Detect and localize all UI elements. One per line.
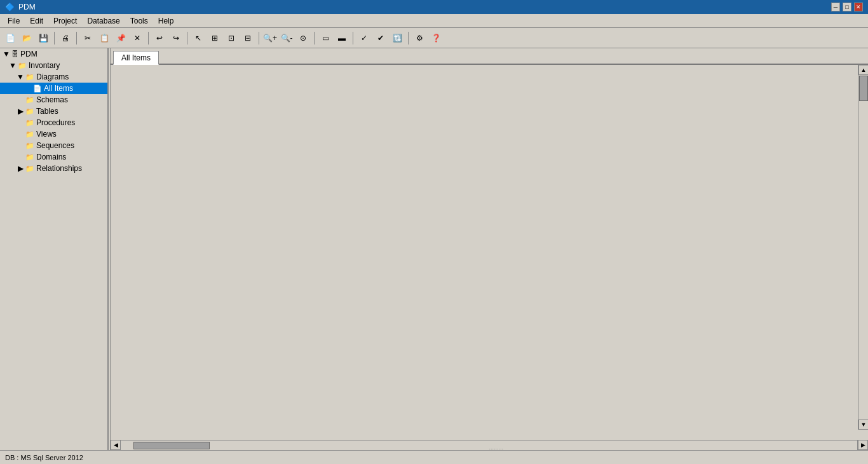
- diagrams-label: Diagrams: [36, 72, 69, 81]
- status-bar: DB : MS Sql Server 2012: [0, 450, 868, 464]
- print-button[interactable]: 🖨: [58, 31, 73, 46]
- tab-allitems[interactable]: All Items: [113, 51, 159, 65]
- undo-button[interactable]: ↩: [152, 31, 167, 46]
- invontary-icon: 📁: [18, 62, 27, 70]
- paste-button[interactable]: 📌: [113, 31, 128, 46]
- sep6: [314, 32, 315, 44]
- menu-edit[interactable]: Edit: [25, 15, 48, 27]
- sidebar-views[interactable]: 📁 Views: [0, 128, 107, 140]
- sequences-label: Sequences: [36, 141, 74, 150]
- canvas-wrapper: Items_Categories BillDetails_Items BillD…: [111, 65, 868, 440]
- domains-toggle: [15, 153, 25, 161]
- procedures-toggle: [15, 118, 25, 127]
- diagrams-toggle[interactable]: ▼: [15, 72, 25, 81]
- minimize-button[interactable]: ─: [831, 3, 840, 11]
- sidebar-tables[interactable]: ▶ 📁 Tables: [0, 106, 107, 117]
- canvas-inner: Items_Categories BillDetails_Items BillD…: [111, 65, 858, 440]
- pdm-icon: 🗄: [11, 50, 18, 58]
- menu-project[interactable]: Project: [48, 15, 82, 27]
- zoom-out-button[interactable]: 🔍-: [279, 31, 294, 46]
- app-icon: 🔷: [5, 3, 15, 11]
- sep4: [187, 32, 187, 44]
- menu-bar: File Edit Project Database Tools Help: [0, 14, 868, 28]
- title-bar-text: PDM: [18, 3, 36, 11]
- settings-button[interactable]: ⚙: [412, 31, 427, 46]
- horizontal-scroll-track[interactable]: .........: [121, 440, 858, 450]
- sidebar-procedures[interactable]: 📁 Procedures: [0, 117, 107, 128]
- sep5: [259, 32, 259, 44]
- proc-button[interactable]: ⊟: [240, 31, 255, 46]
- allitems-icon: 📄: [33, 85, 42, 93]
- toolbar: 📄 📂 💾 🖨 ✂ 📋 📌 ✕ ↩ ↪ ↖ ⊞ ⊡ ⊟ 🔍+ 🔍- ⊙ ▭ ▬ …: [0, 28, 868, 48]
- domains-label: Domains: [36, 153, 66, 161]
- check3-button[interactable]: 🔃: [390, 31, 405, 46]
- scroll-dots: .........: [489, 444, 504, 450]
- invontary-toggle[interactable]: ▼: [8, 61, 18, 70]
- menu-tools[interactable]: Tools: [125, 15, 153, 27]
- relationships-icon: 📁: [25, 165, 34, 173]
- views-toggle: [15, 130, 25, 139]
- scroll-thumb-h[interactable]: [133, 442, 210, 449]
- table-button[interactable]: ⊞: [207, 31, 222, 46]
- zoom-in-button[interactable]: 🔍+: [262, 31, 278, 46]
- tables-icon: 📁: [25, 107, 34, 116]
- sep8: [408, 32, 409, 44]
- menu-help[interactable]: Help: [153, 15, 179, 27]
- maximize-button[interactable]: □: [843, 3, 851, 11]
- line-button[interactable]: ▬: [334, 31, 349, 46]
- sidebar-domains[interactable]: 📁 Domains: [0, 151, 107, 163]
- copy-button[interactable]: 📋: [97, 31, 112, 46]
- sidebar-diagrams[interactable]: ▼ 📁 Diagrams: [0, 71, 107, 83]
- scroll-down-button[interactable]: ▼: [858, 420, 868, 430]
- tab-allitems-label: All Items: [121, 53, 151, 62]
- sep3: [148, 32, 149, 44]
- tables-toggle[interactable]: ▶: [15, 107, 25, 116]
- view-button[interactable]: ⊡: [224, 31, 239, 46]
- save-button[interactable]: 💾: [36, 31, 51, 46]
- rect-button[interactable]: ▭: [318, 31, 333, 46]
- close-button[interactable]: ✕: [854, 3, 863, 11]
- schemas-icon: 📁: [25, 96, 34, 104]
- menu-file[interactable]: File: [3, 15, 25, 27]
- sidebar-sequences[interactable]: 📁 Sequences: [0, 140, 107, 151]
- cut-button[interactable]: ✂: [80, 31, 95, 46]
- bottom-scrollbar-area: ◀ ......... ▶: [111, 440, 868, 450]
- pdm-toggle[interactable]: ▼: [1, 50, 11, 58]
- diagrams-icon: 📁: [25, 73, 34, 81]
- sidebar-schemas[interactable]: 📁 Schemas: [0, 94, 107, 106]
- relationships-label: Relationships: [36, 164, 82, 173]
- scroll-up-button[interactable]: ▲: [858, 65, 868, 75]
- new-button[interactable]: 📄: [3, 31, 18, 46]
- schemas-label: Schemas: [36, 95, 68, 104]
- pdm-label: PDM: [20, 50, 37, 58]
- menu-database[interactable]: Database: [82, 15, 125, 27]
- sidebar-pdm[interactable]: ▼ 🗄 PDM: [0, 48, 107, 60]
- procedures-label: Procedures: [36, 118, 75, 127]
- relationships-toggle[interactable]: ▶: [15, 164, 25, 173]
- title-bar: 🔷 PDM ─ □ ✕: [0, 0, 868, 14]
- scroll-right-button[interactable]: ▶: [858, 440, 868, 450]
- zoom-fit-button[interactable]: ⊙: [295, 31, 311, 46]
- help-button[interactable]: ❓: [428, 31, 444, 46]
- allitems-label: All Items: [44, 84, 73, 93]
- check-button[interactable]: ✓: [356, 31, 372, 46]
- scroll-left-button[interactable]: ◀: [111, 440, 121, 450]
- delete-button[interactable]: ✕: [130, 31, 145, 46]
- sep2: [76, 32, 77, 44]
- redo-button[interactable]: ↪: [168, 31, 184, 46]
- schemas-toggle: [15, 95, 25, 104]
- invontary-label: Invontary: [29, 61, 60, 70]
- sidebar-invontary[interactable]: ▼ 📁 Invontary: [0, 60, 107, 71]
- procedures-icon: 📁: [25, 119, 34, 127]
- select-button[interactable]: ↖: [191, 31, 206, 46]
- sep7: [353, 32, 353, 44]
- open-button[interactable]: 📂: [19, 31, 34, 46]
- window-controls[interactable]: ─ □ ✕: [831, 3, 863, 11]
- sidebar-allitems[interactable]: 📄 All Items: [0, 83, 107, 94]
- scroll-thumb-v[interactable]: [859, 76, 868, 101]
- sidebar-relationships[interactable]: ▶ 📁 Relationships: [0, 163, 107, 174]
- domains-icon: 📁: [25, 153, 34, 161]
- vertical-scrollbar[interactable]: ▲ ▼: [858, 65, 868, 430]
- check2-button[interactable]: ✔: [373, 31, 388, 46]
- views-icon: 📁: [25, 130, 34, 139]
